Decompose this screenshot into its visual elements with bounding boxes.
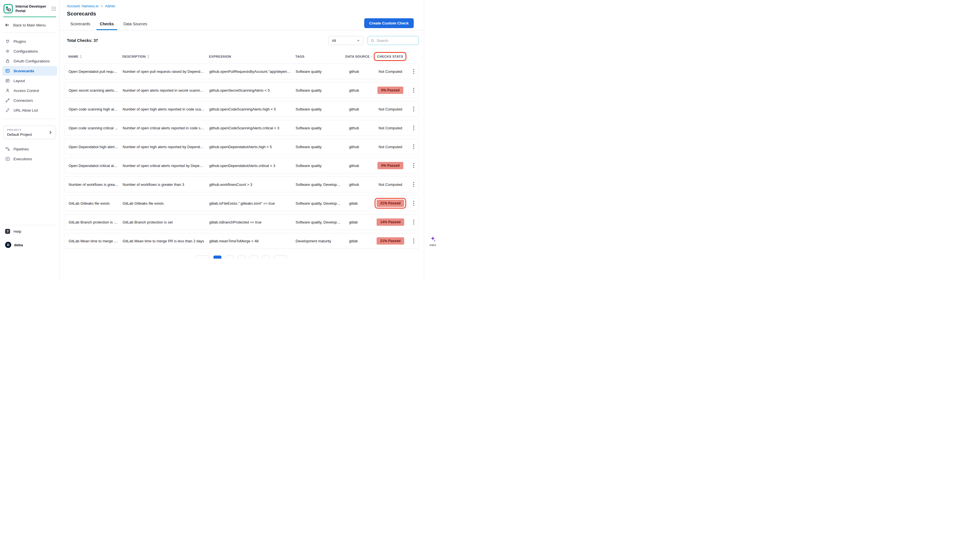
check-tags: Development maturity — [291, 239, 341, 243]
help-button[interactable]: ? Help — [0, 225, 59, 234]
pagination-button[interactable] — [196, 255, 209, 258]
table-row[interactable]: GitLab Branch protection is set GitLab B… — [64, 214, 419, 230]
divider — [3, 118, 56, 119]
check-stats-value: Not Computed — [379, 107, 402, 111]
stats-annotation-ring: Not Computed — [377, 124, 404, 132]
check-tags: Software quality — [291, 88, 341, 92]
pagination-button[interactable] — [274, 255, 287, 258]
column-header-checks-stats: CHECKS STATS — [372, 52, 408, 61]
row-menu-button[interactable] — [408, 233, 419, 248]
page-title: Scorecards — [60, 8, 424, 17]
sidebar-item-pipelines[interactable]: Pipelines — [2, 144, 57, 154]
pagination-button[interactable] — [250, 255, 258, 258]
kebab-icon — [413, 69, 414, 74]
stats-annotation-ring: Not Computed — [377, 143, 404, 151]
total-checks-label: Total Checks: 37 — [67, 38, 98, 43]
sidebar-item-configurations[interactable]: Configurations — [2, 47, 57, 56]
sidebar-item-executions[interactable]: Executions — [2, 154, 57, 163]
row-menu-button[interactable] — [408, 102, 419, 117]
table-row[interactable]: Number of workflows is greate... Number … — [64, 177, 419, 192]
check-tags: Software quality — [291, 145, 341, 149]
column-label: EXPRESSION — [209, 55, 231, 58]
check-description: GitLab Branch protection is set — [119, 220, 205, 224]
user-menu[interactable]: D deba — [0, 234, 59, 248]
project-selector[interactable]: PROJECT Default Project — [3, 126, 56, 139]
tab-checks[interactable]: Checks — [97, 18, 117, 30]
kebab-icon — [413, 201, 414, 206]
app-title: Internal Developer Portal — [15, 4, 49, 13]
check-description: GitLab Gitleaks file exists — [119, 201, 205, 205]
table-row[interactable]: Open code scanning critical ale... Numbe… — [64, 120, 419, 136]
back-to-main-menu[interactable]: Back to Main Menu — [0, 17, 59, 32]
table-row[interactable]: GitLab Mean time to merge PR ... GitLab … — [64, 233, 419, 249]
row-menu-button[interactable] — [408, 64, 419, 79]
arrow-left-icon — [5, 23, 10, 27]
check-data-source: github — [341, 163, 373, 168]
kebab-icon — [413, 220, 414, 225]
row-menu-button[interactable] — [408, 177, 419, 192]
breadcrumb-account-link[interactable]: Account: Harness.io — [67, 4, 99, 8]
stats-annotation-ring: 0% Passed — [376, 160, 405, 171]
table-row[interactable]: Open code scanning high alert... Number … — [64, 101, 419, 117]
create-custom-check-button[interactable]: Create Custom Check — [364, 18, 414, 28]
column-header-data-source[interactable]: DATA SOURCE — [341, 55, 372, 58]
tab-data-sources[interactable]: Data Sources — [120, 18, 151, 30]
sidebar: Internal Developer Portal Back to Main M… — [0, 0, 60, 280]
check-stats-value: 14% Passed — [377, 218, 404, 226]
pagination-button[interactable] — [262, 255, 270, 258]
check-name: Open Dependabot high alerts i... — [64, 145, 119, 149]
check-data-source: gitlab — [341, 201, 373, 205]
table-row[interactable]: Open Dependabot high alerts i... Number … — [64, 139, 419, 155]
sidebar-item-scorecards[interactable]: Scorecards — [2, 66, 57, 76]
row-menu-button[interactable] — [408, 120, 419, 135]
aida-label: AIDA — [429, 244, 436, 247]
check-stats-cell: Not Computed — [373, 181, 408, 188]
pagination-button[interactable] — [225, 255, 234, 258]
row-menu-button[interactable] — [408, 139, 419, 154]
check-stats-cell: 21% Passed — [373, 236, 408, 246]
table-row[interactable]: Open secret scanning alerts is ... Numbe… — [64, 82, 419, 98]
check-tags: Software quality — [291, 70, 341, 74]
aida-icon — [429, 236, 436, 243]
sidebar-item-oauth-configurations[interactable]: OAuth Configurations — [2, 56, 57, 66]
check-name: Open Dependabot critical alert... — [64, 163, 119, 168]
table-row[interactable]: GitLab Gitleaks file exists GitLab Gitle… — [64, 195, 419, 211]
chevron-down-icon — [357, 39, 360, 42]
sort-icon[interactable] — [79, 55, 82, 58]
check-stats-value: 0% Passed — [377, 162, 403, 169]
breadcrumb-admin-link[interactable]: Admin — [105, 4, 115, 8]
tabs: Scorecards Checks Data Sources — [67, 18, 150, 30]
column-label: TAGS — [295, 55, 305, 58]
sidebar-item-layout[interactable]: Layout — [2, 76, 57, 85]
sidebar-item-plugins[interactable]: Plugins — [2, 37, 57, 46]
pagination-button[interactable] — [238, 255, 246, 258]
row-menu-button[interactable] — [408, 215, 419, 230]
check-description: GitLab Mean time to merge PR is less tha… — [119, 239, 205, 243]
search-input[interactable] — [377, 38, 416, 43]
table-row[interactable]: Open Dependabot critical alert... Number… — [64, 158, 419, 173]
user-name: deba — [14, 243, 23, 247]
sidebar-item-connectors[interactable]: Connectors — [2, 96, 57, 105]
pagination-button[interactable] — [214, 255, 221, 258]
row-menu-button[interactable] — [408, 158, 419, 173]
sidebar-item-url-allow-list[interactable]: URL Allow List — [2, 105, 57, 115]
row-menu-button[interactable] — [408, 83, 419, 98]
chevron-right-icon — [48, 130, 52, 134]
column-header-description[interactable]: DESCRIPTION — [118, 55, 205, 58]
pagination — [64, 255, 419, 258]
sidebar-item-access-control[interactable]: Access Control — [2, 86, 57, 95]
app-grid-icon[interactable] — [52, 7, 56, 11]
tab-scorecards[interactable]: Scorecards — [67, 18, 94, 30]
stats-annotation-ring: 21% Passed — [375, 198, 406, 208]
help-label: Help — [13, 229, 22, 233]
row-menu-button[interactable] — [408, 196, 419, 211]
aida-button[interactable]: AIDA — [427, 236, 439, 247]
column-header-name[interactable]: NAME — [64, 55, 118, 58]
column-label: DATA SOURCE — [346, 55, 370, 58]
filter-dropdown[interactable]: All — [328, 36, 363, 45]
table-row[interactable]: Open Dependabot pull request... Number o… — [64, 63, 419, 79]
check-stats-cell: 0% Passed — [373, 85, 408, 96]
sort-icon[interactable] — [147, 55, 150, 58]
layout-icon — [5, 78, 10, 83]
sidebar-item-label: Configurations — [13, 49, 38, 53]
